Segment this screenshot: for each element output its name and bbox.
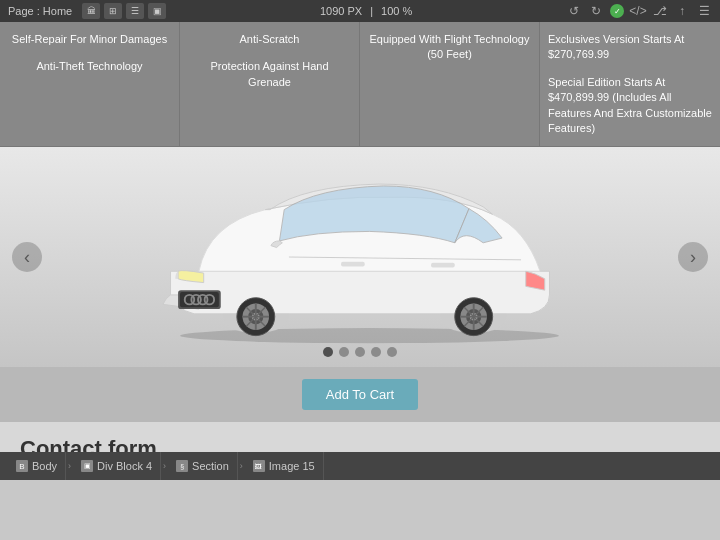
- size-separator: |: [370, 5, 373, 17]
- bottom-breadcrumb-bar: B Body › ▣ Div Block 4 › § Section › 🖼 I…: [0, 452, 720, 480]
- breadcrumb-body-label: Body: [32, 460, 57, 472]
- contact-section: Contact form: [0, 422, 720, 452]
- main-content: Self-Repair For Minor Damages Anti-Theft…: [0, 22, 720, 452]
- feature-text-1: Self-Repair For Minor Damages: [12, 32, 167, 47]
- upload-icon[interactable]: ↑: [674, 3, 690, 19]
- feature-text-4a: Exclusives Version Starts At $270,769.99: [548, 32, 712, 63]
- feature-text-4b: Special Edition Starts At $470,899.99 (I…: [548, 75, 712, 137]
- breadcrumb-arrow-3: ›: [238, 461, 245, 471]
- feature-cell-4: Exclusives Version Starts At $270,769.99…: [540, 22, 720, 146]
- car-svg: [110, 167, 610, 347]
- svg-rect-25: [431, 263, 455, 268]
- feature-cell-2: Anti-Scratch Protection Against Hand Gre…: [180, 22, 360, 146]
- toolbar-grid-icon[interactable]: ⊞: [104, 3, 122, 19]
- breadcrumb-arrow-1: ›: [66, 461, 73, 471]
- carousel-dot-4[interactable]: [371, 347, 381, 357]
- feature-text-1b: Anti-Theft Technology: [36, 59, 142, 74]
- breadcrumb-section-label: Section: [192, 460, 229, 472]
- undo-icon[interactable]: ↺: [566, 3, 582, 19]
- code-icon[interactable]: </>: [630, 3, 646, 19]
- size-label: 1090 PX: [320, 5, 362, 17]
- menu-icon[interactable]: ☰: [696, 3, 712, 19]
- toolbar-block-icon[interactable]: ▣: [148, 3, 166, 19]
- toolbar-breadcrumb: Page : Home: [8, 5, 72, 17]
- toolbar-page-icon[interactable]: 🏛: [82, 3, 100, 19]
- svg-rect-2: [180, 292, 219, 307]
- div-block-icon: ▣: [81, 460, 93, 472]
- feature-text-2b: Protection Against Hand Grenade: [188, 59, 351, 90]
- car-image-container: [100, 157, 620, 357]
- carousel-dot-5[interactable]: [387, 347, 397, 357]
- toolbar-icons: 🏛 ⊞ ☰ ▣: [82, 3, 166, 19]
- toolbar-left: Page : Home 🏛 ⊞ ☰ ▣: [8, 3, 166, 19]
- breadcrumb-div-block-label: Div Block 4: [97, 460, 152, 472]
- git-icon[interactable]: ⎇: [652, 3, 668, 19]
- carousel-dot-2[interactable]: [339, 347, 349, 357]
- breadcrumb-div-block[interactable]: ▣ Div Block 4: [73, 452, 161, 480]
- breadcrumb-arrow-2: ›: [161, 461, 168, 471]
- carousel-dot-1[interactable]: [323, 347, 333, 357]
- breadcrumb-section[interactable]: § Section: [168, 452, 238, 480]
- toolbar-center: 1090 PX | 100 %: [174, 5, 558, 17]
- toolbar-list-icon[interactable]: ☰: [126, 3, 144, 19]
- add-to-cart-button[interactable]: Add To Cart: [302, 379, 418, 410]
- image-icon: 🖼: [253, 460, 265, 472]
- cart-section: Add To Cart: [0, 367, 720, 422]
- feature-cell: Self-Repair For Minor Damages Anti-Theft…: [0, 22, 180, 146]
- section-icon: §: [176, 460, 188, 472]
- status-indicator: ✓: [610, 4, 624, 18]
- carousel-left-arrow[interactable]: ‹: [12, 242, 42, 272]
- toolbar: Page : Home 🏛 ⊞ ☰ ▣ 1090 PX | 100 % ↺ ↻ …: [0, 0, 720, 22]
- feature-text-3: Equipped With Flight Technology (50 Feet…: [368, 32, 531, 63]
- body-icon: B: [16, 460, 28, 472]
- carousel: ‹: [0, 147, 720, 367]
- carousel-dots: [323, 347, 397, 357]
- breadcrumb-image[interactable]: 🖼 Image 15: [245, 452, 324, 480]
- breadcrumb-body[interactable]: B Body: [8, 452, 66, 480]
- redo-icon[interactable]: ↻: [588, 3, 604, 19]
- carousel-right-arrow[interactable]: ›: [678, 242, 708, 272]
- contact-form-title: Contact form: [20, 436, 157, 452]
- features-grid: Self-Repair For Minor Damages Anti-Theft…: [0, 22, 720, 147]
- carousel-dot-3[interactable]: [355, 347, 365, 357]
- breadcrumb-image-label: Image 15: [269, 460, 315, 472]
- svg-rect-24: [341, 262, 365, 267]
- feature-cell-3: Equipped With Flight Technology (50 Feet…: [360, 22, 540, 146]
- zoom-label: 100 %: [381, 5, 412, 17]
- feature-text-2a: Anti-Scratch: [240, 32, 300, 47]
- toolbar-right: ↺ ↻ ✓ </> ⎇ ↑ ☰: [566, 3, 712, 19]
